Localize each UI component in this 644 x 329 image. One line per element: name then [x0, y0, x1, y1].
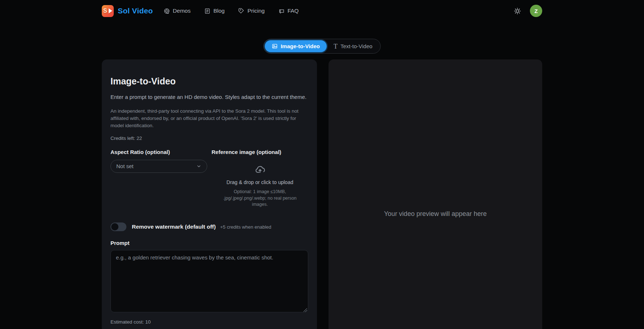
- document-icon: [204, 8, 210, 14]
- video-preview-panel: Your video preview will appear here: [329, 59, 542, 329]
- tag-icon: [238, 8, 244, 14]
- theme-toggle-button[interactable]: [514, 7, 521, 15]
- user-avatar[interactable]: Z: [530, 5, 542, 17]
- watermark-note: +5 credits when enabled: [220, 224, 271, 230]
- app-logo[interactable]: S: [102, 5, 114, 17]
- nav-item-pricing[interactable]: Pricing: [238, 8, 264, 14]
- prompt-input[interactable]: [110, 250, 308, 312]
- mode-switcher: Image-to-Video T Text-to-Video: [263, 39, 381, 54]
- tab-image-to-video[interactable]: Image-to-Video: [265, 40, 327, 52]
- page-title: Image-to-Video: [110, 76, 308, 87]
- image-icon: [272, 43, 278, 49]
- aspect-ratio-select[interactable]: Not set: [110, 160, 207, 173]
- nav-label: Pricing: [247, 8, 264, 14]
- credits-left: Credits left: 22: [110, 136, 308, 141]
- cloud-upload-icon: [255, 164, 265, 175]
- sun-icon: [514, 7, 521, 15]
- nav-item-blog[interactable]: Blog: [204, 8, 225, 14]
- top-navbar: S Sol Video Demos Blog: [0, 0, 644, 22]
- aspect-ratio-label: Aspect Ratio (optional): [110, 149, 207, 155]
- film-reel-icon: [164, 8, 170, 14]
- nav-label: Demos: [173, 8, 191, 14]
- tab-label: Image-to-Video: [281, 43, 320, 49]
- chevron-down-icon: [196, 164, 201, 169]
- upload-text: Drag & drop or click to upload: [226, 179, 293, 185]
- tab-label: Text-to-Video: [340, 43, 372, 49]
- toggle-knob: [111, 223, 118, 230]
- upload-hint: Optional: 1 image ≤10MB, .jpg/.jpeg/.png…: [222, 189, 298, 208]
- nav-item-demos[interactable]: Demos: [164, 8, 191, 14]
- form-subtitle: Enter a prompt to generate an HD demo vi…: [110, 94, 308, 100]
- reference-image-label: Reference image (optional): [212, 149, 308, 155]
- main-nav: Demos Blog Pricing FAQ: [164, 8, 299, 14]
- main-content: Image-to-Video Enter a prompt to generat…: [102, 59, 542, 329]
- nav-label: Blog: [213, 8, 225, 14]
- remove-watermark-toggle[interactable]: [110, 222, 126, 231]
- aspect-ratio-field: Aspect Ratio (optional) Not set: [110, 149, 207, 208]
- preview-placeholder-text: Your video preview will appear here: [384, 210, 487, 218]
- brand-title[interactable]: Sol Video: [118, 7, 153, 15]
- nav-item-faq[interactable]: FAQ: [279, 8, 299, 14]
- prompt-label: Prompt: [110, 240, 308, 246]
- reference-image-field: Reference image (optional) Drag & drop o…: [212, 149, 308, 208]
- chat-icon: [279, 8, 285, 14]
- nav-label: FAQ: [288, 8, 299, 14]
- text-icon: T: [334, 43, 338, 50]
- play-triangle-icon: [109, 8, 112, 13]
- watermark-label: Remove watermark (default off): [132, 224, 216, 230]
- aspect-ratio-value: Not set: [116, 163, 134, 169]
- upload-dropzone[interactable]: Drag & drop or click to upload Optional:…: [212, 164, 308, 208]
- watermark-row: Remove watermark (default off) +5 credit…: [110, 222, 308, 231]
- estimated-cost: Estimated cost: 10: [110, 319, 308, 325]
- generation-form-panel: Image-to-Video Enter a prompt to generat…: [102, 59, 317, 329]
- mode-switcher-row: Image-to-Video T Text-to-Video: [0, 39, 644, 54]
- disclaimer-text: An independent, third-party tool connect…: [110, 108, 306, 129]
- logo-letter: S: [103, 8, 107, 14]
- tab-text-to-video[interactable]: T Text-to-Video: [327, 40, 379, 52]
